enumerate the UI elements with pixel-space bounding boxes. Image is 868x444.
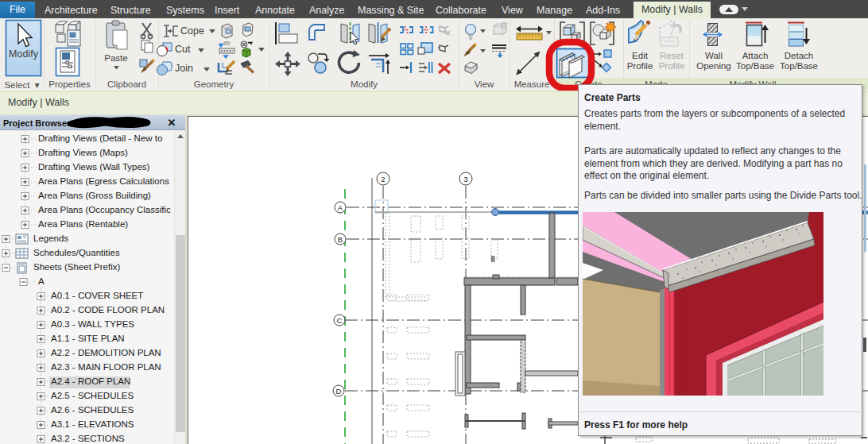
- svg-text:Top/Base: Top/Base: [780, 61, 818, 71]
- svg-text:A: A: [338, 203, 343, 212]
- svg-text:C: C: [337, 316, 343, 325]
- svg-text:B: B: [338, 235, 343, 244]
- svg-text:Profile: Profile: [659, 61, 685, 71]
- svg-text:Attach: Attach: [742, 51, 769, 60]
- svg-text:2: 2: [381, 175, 385, 183]
- svg-text:Detach: Detach: [785, 51, 813, 60]
- svg-text:Wall: Wall: [705, 51, 723, 60]
- svg-text:Cope: Cope: [180, 25, 204, 37]
- svg-text:3: 3: [463, 175, 467, 183]
- svg-text:Opening: Opening: [696, 61, 730, 71]
- svg-text:Top/Base: Top/Base: [736, 61, 774, 71]
- svg-text:Cut: Cut: [175, 44, 191, 55]
- svg-text:Edit: Edit: [632, 51, 649, 60]
- svg-text:Reset: Reset: [660, 51, 684, 60]
- svg-text:Join: Join: [175, 63, 193, 74]
- svg-text:Profile: Profile: [627, 61, 653, 71]
- svg-text:Modify: Modify: [9, 48, 39, 60]
- svg-text:Paste: Paste: [104, 53, 127, 63]
- svg-text:D: D: [336, 387, 342, 396]
